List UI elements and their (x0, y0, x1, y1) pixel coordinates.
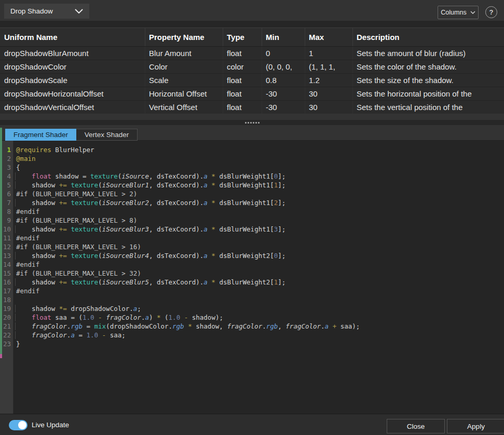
table-bottom-spacer (0, 114, 504, 120)
table-cell: dropShadowColor (0, 60, 145, 73)
table-cell: -30 (262, 101, 305, 114)
shader-effect-window: Drop Shadow Columns ? Uniform Name Prope… (0, 0, 504, 435)
help-button[interactable]: ? (485, 6, 497, 18)
code-line: 15#if (BLUR_HELPER_MAX_LEVEL > 32) (0, 269, 504, 278)
code-line: 13 shadow += texture(iSourceBlur4, dsTex… (0, 251, 504, 260)
code-line: 10 shadow += texture(iSourceBlur3, dsTex… (0, 225, 504, 234)
table-cell: Sets the size of the shadow. (353, 74, 504, 87)
table-cell: Scale (145, 74, 223, 87)
code-line: 1@requires BlurHelper (0, 145, 504, 154)
editor-left-indicator-tip (0, 354, 2, 358)
code-line: 21 fragColor.rgb = mix(dropShadowColor.r… (0, 322, 504, 331)
table-cell: 0 (262, 47, 305, 60)
code-line: 20 float saa = (1.0 - fragColor.a) * (1.… (0, 313, 504, 322)
table-cell: color (223, 60, 262, 73)
column-header-type: Type (223, 28, 262, 46)
table-cell: Color (145, 60, 223, 73)
table-cell: 30 (305, 87, 353, 100)
chevron-down-icon (470, 11, 475, 14)
live-update-label: Live Update (32, 421, 69, 429)
table-cell: Sets the vertical position of the (353, 101, 504, 114)
table-cell: Vertical Offset (145, 101, 223, 114)
table-cell: float (223, 74, 262, 87)
table-cell: float (223, 47, 262, 60)
table-row[interactable]: dropShadowColorColorcolor(0, 0, 0,(1, 1,… (0, 60, 504, 74)
column-header-uniform-name: Uniform Name (0, 28, 145, 46)
table-cell: Blur Amount (145, 47, 223, 60)
column-header-min: Min (262, 28, 305, 46)
close-button[interactable]: Close (387, 419, 445, 433)
code-line: 6#if (BLUR_HELPER_MAX_LEVEL > 2) (0, 189, 504, 198)
code-lines: 1@requires BlurHelper2@main3{4 float sha… (0, 145, 504, 348)
table-cell: Sets the color of the shadow. (353, 60, 504, 73)
toggle-knob (18, 421, 26, 429)
code-line: 19 shadow *= dropShadowColor.a; (0, 304, 504, 313)
code-line: 7 shadow += texture(iSourceBlur2, dsTexC… (0, 198, 504, 207)
shader-tab-bar: Fragment Shader Vertex Shader (0, 125, 504, 141)
table-cell: dropShadowVerticalOffset (0, 101, 145, 114)
table-row[interactable]: dropShadowVerticalOffsetVertical Offsetf… (0, 101, 504, 114)
code-line: 9#if (BLUR_HELPER_MAX_LEVEL > 8) (0, 216, 504, 225)
table-cell: -30 (262, 87, 305, 100)
code-line: 3{ (0, 163, 504, 172)
code-line: 8#endif (0, 207, 504, 216)
columns-button[interactable]: Columns (438, 6, 479, 19)
table-cell: 1 (305, 47, 353, 60)
tab-fragment-shader[interactable]: Fragment Shader (5, 129, 76, 141)
table-cell: (0, 0, 0, (262, 60, 305, 73)
code-line: 17#endif (0, 287, 504, 295)
footer-bar: Live Update Close Apply (0, 414, 504, 435)
code-line: 16 shadow += texture(iSourceBlur5, dsTex… (0, 278, 504, 287)
code-line: 23} (0, 339, 504, 348)
code-line: 18 (0, 295, 504, 304)
table-cell: Sets the horizontal position of the (353, 87, 504, 100)
code-line: 22 fragColor.a = 1.0 - saa; (0, 331, 504, 339)
splitter-handle[interactable] (0, 120, 504, 125)
code-line: 12#if (BLUR_HELPER_MAX_LEVEL > 16) (0, 242, 504, 251)
code-line: 2@main (0, 154, 504, 163)
table-cell: dropShadowScale (0, 74, 145, 87)
help-icon: ? (489, 8, 494, 16)
table-cell: float (223, 87, 262, 100)
table-cell: dropShadowBlurAmount (0, 47, 145, 60)
live-update-toggle[interactable] (9, 420, 28, 430)
table-cell: Horizontal Offset (145, 87, 223, 100)
table-cell: dropShadowHorizontalOffset (0, 87, 145, 100)
table-row[interactable]: dropShadowHorizontalOffsetHorizontal Off… (0, 87, 504, 101)
column-header-property-name: Property Name (145, 28, 223, 46)
code-line: 5 shadow += texture(iSourceBlur1, dsTexC… (0, 181, 504, 189)
code-editor[interactable]: 1@requires BlurHelper2@main3{4 float sha… (0, 141, 504, 414)
editor-left-indicator-bar (0, 128, 2, 354)
uniform-table-body: dropShadowBlurAmountBlur Amountfloat01Se… (0, 47, 504, 114)
table-row[interactable]: dropShadowScaleScalefloat0.81.2Sets the … (0, 74, 504, 87)
code-line: 14#endif (0, 260, 504, 269)
uniforms-table: Uniform Name Property Name Type Min Max … (0, 28, 504, 114)
effect-selector-dropdown[interactable]: Drop Shadow (4, 4, 89, 19)
code-line: 11#endif (0, 234, 504, 242)
chevron-down-icon (75, 9, 83, 13)
table-cell: (1, 1, 1, (305, 60, 353, 73)
table-cell: 1.2 (305, 74, 353, 87)
apply-button[interactable]: Apply (447, 419, 504, 433)
uniforms-table-header: Uniform Name Property Name Type Min Max … (0, 28, 504, 47)
toolbar: Drop Shadow Columns ? (0, 0, 504, 21)
table-cell: 0.8 (262, 74, 305, 87)
columns-button-label: Columns (441, 9, 466, 16)
column-header-max: Max (305, 28, 353, 46)
code-line: 4 float shadow = texture(iSource, dsTexC… (0, 172, 504, 181)
table-cell: float (223, 101, 262, 114)
column-header-description: Description (353, 28, 504, 46)
table-cell: 30 (305, 101, 353, 114)
effect-selector-value: Drop Shadow (10, 7, 53, 15)
tab-vertex-shader[interactable]: Vertex Shader (76, 129, 138, 141)
splitter-grip-icon (245, 122, 260, 124)
table-cell: Sets the amount of blur (radius) (353, 47, 504, 60)
table-row[interactable]: dropShadowBlurAmountBlur Amountfloat01Se… (0, 47, 504, 60)
